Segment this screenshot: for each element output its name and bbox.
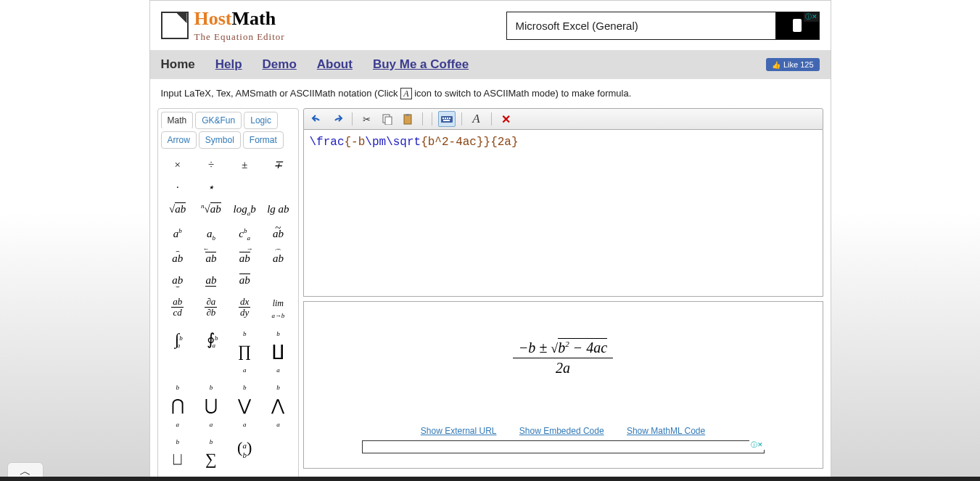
sym-binom[interactable]: (ab) bbox=[229, 435, 260, 481]
symbol-panel: Math GK&Fun Logic Arrow Symbol Format × … bbox=[157, 108, 299, 481]
logo-math: Math bbox=[232, 8, 276, 29]
link-mathml-code[interactable]: Show MathML Code bbox=[627, 426, 705, 436]
editor-panel: ✂ A ✕ \frac{-b\pm\sqrt{b^2-4ac}}{2a} bbox=[303, 108, 823, 469]
sym-lim[interactable]: lima→b bbox=[263, 292, 293, 325]
tab-symbol[interactable]: Symbol bbox=[199, 131, 241, 149]
sym-bigwedge[interactable]: b⋀a bbox=[263, 380, 293, 433]
sym-nroot[interactable]: n√ab bbox=[196, 199, 226, 222]
svg-rect-4 bbox=[441, 116, 453, 123]
sym-blank1 bbox=[229, 177, 260, 198]
sym-times[interactable]: × bbox=[162, 155, 193, 176]
toolbar: ✂ A ✕ bbox=[303, 108, 823, 130]
sym-blank3 bbox=[263, 270, 293, 291]
sym-partial[interactable]: ∂a∂b bbox=[196, 292, 226, 325]
sym-sub[interactable]: ab bbox=[196, 223, 226, 247]
sym-sup[interactable]: ab bbox=[162, 223, 193, 247]
svg-rect-7 bbox=[447, 118, 448, 119]
sym-underline[interactable]: ab bbox=[196, 270, 226, 291]
sym-frac[interactable]: abcd bbox=[162, 292, 193, 325]
svg-rect-1 bbox=[385, 117, 392, 125]
svg-rect-3 bbox=[406, 114, 409, 116]
sym-overparen[interactable]: ab⌒ bbox=[263, 248, 293, 269]
rendered-formula: −b ± √b2 − 4ac 2a bbox=[513, 338, 613, 378]
sym-lg[interactable]: lg ab bbox=[263, 199, 293, 222]
tab-logic[interactable]: Logic bbox=[244, 112, 278, 129]
nav-help[interactable]: Help bbox=[215, 57, 242, 72]
nav-bar: Home Help Demo About Buy Me a Coffee Lik… bbox=[150, 50, 831, 79]
sym-larrow[interactable]: ab← bbox=[196, 248, 226, 269]
output-links: Show External URL Show Embeded Code Show… bbox=[318, 422, 808, 440]
sym-star[interactable]: ⋆ bbox=[196, 177, 226, 198]
sym-log[interactable]: logab bbox=[229, 199, 260, 222]
mode-icon: A bbox=[400, 88, 411, 99]
sym-blank4 bbox=[263, 435, 293, 481]
link-external-url[interactable]: Show External URL bbox=[421, 426, 497, 436]
sym-int[interactable]: ∫ba bbox=[162, 326, 193, 379]
header: HostMath The Equation Editor Microsoft E… bbox=[150, 1, 831, 50]
code-input[interactable]: \frac{-b\pm\sqrt{b^2-4ac}}{2a} bbox=[303, 130, 823, 297]
clear-button[interactable]: ✕ bbox=[498, 111, 515, 127]
tab-math[interactable]: Math bbox=[161, 112, 194, 129]
sym-bigsqcup[interactable]: b⨆a bbox=[162, 435, 193, 481]
svg-rect-9 bbox=[443, 120, 450, 121]
symbol-tabs: Math GK&Fun Logic Arrow Symbol Format bbox=[161, 112, 295, 149]
cut-button[interactable]: ✂ bbox=[358, 111, 376, 127]
logo-icon bbox=[161, 12, 189, 39]
footer-bar bbox=[0, 477, 980, 481]
redo-button[interactable] bbox=[329, 111, 346, 127]
fb-like-button[interactable]: Like 125 bbox=[766, 58, 820, 71]
sym-cdot[interactable]: · bbox=[162, 177, 193, 198]
svg-rect-6 bbox=[445, 118, 446, 119]
tab-gkfun[interactable]: GK&Fun bbox=[195, 112, 242, 129]
sym-bigcap[interactable]: b⋂a bbox=[162, 380, 193, 433]
ad-text[interactable]: Microsoft Excel (General) bbox=[507, 12, 775, 39]
sym-underbrace[interactable]: ab⌣ bbox=[162, 270, 193, 291]
instruction-text: Input LaTeX, Tex, AMSmath or ASCIIMath n… bbox=[150, 79, 831, 108]
sym-bigvee[interactable]: b⋁a bbox=[229, 380, 260, 433]
bottom-ad-bar[interactable]: ⓘ✕ bbox=[362, 440, 765, 453]
sym-sqrt[interactable]: √ab bbox=[162, 199, 193, 222]
svg-rect-8 bbox=[449, 118, 450, 119]
paste-button[interactable] bbox=[399, 111, 416, 127]
nav-about[interactable]: About bbox=[317, 57, 353, 72]
ad-info-icon[interactable]: ⓘ✕ bbox=[804, 12, 819, 22]
sym-prod[interactable]: b∏a bbox=[229, 326, 260, 379]
sym-mp[interactable]: ∓ bbox=[263, 155, 293, 176]
keyboard-mode-button[interactable] bbox=[438, 111, 456, 127]
nav-demo[interactable]: Demo bbox=[263, 57, 297, 72]
sym-coprod[interactable]: b∐a bbox=[263, 326, 293, 379]
copy-button[interactable] bbox=[379, 111, 396, 127]
sym-hat[interactable]: ab⌢ bbox=[162, 248, 193, 269]
nav-coffee[interactable]: Buy Me a Coffee bbox=[373, 57, 469, 72]
sym-div[interactable]: ÷ bbox=[196, 155, 226, 176]
symbol-grid: × ÷ ± ∓ · ⋆ √ab n√ab logab lg ab ab ab c… bbox=[161, 152, 295, 481]
sym-rarrow[interactable]: ab→ bbox=[229, 248, 260, 269]
preview-panel: −b ± √b2 − 4ac 2a Show External URL Show… bbox=[303, 301, 823, 469]
font-mode-button[interactable]: A bbox=[468, 111, 485, 127]
nav-home[interactable]: Home bbox=[161, 57, 195, 72]
sym-blank2 bbox=[263, 177, 293, 198]
logo-host: Host bbox=[194, 8, 232, 29]
undo-button[interactable] bbox=[308, 111, 326, 127]
link-embed-code[interactable]: Show Embeded Code bbox=[519, 426, 604, 436]
svg-rect-5 bbox=[442, 118, 444, 119]
bottom-ad-info-icon[interactable]: ⓘ✕ bbox=[749, 440, 765, 450]
sym-sum[interactable]: b∑a bbox=[196, 435, 226, 481]
sym-bigcup[interactable]: b⋃a bbox=[196, 380, 226, 433]
sym-overline[interactable]: ab bbox=[229, 270, 260, 291]
ad-logo[interactable]: ⓘ✕ bbox=[775, 12, 819, 39]
tab-format[interactable]: Format bbox=[243, 131, 284, 149]
ad-banner[interactable]: Microsoft Excel (General) ⓘ✕ bbox=[506, 12, 820, 40]
sym-pm[interactable]: ± bbox=[229, 155, 260, 176]
sym-oint[interactable]: ∮ba bbox=[196, 326, 226, 379]
logo-subtitle: The Equation Editor bbox=[194, 31, 285, 43]
sym-supsub[interactable]: cba bbox=[229, 223, 260, 247]
logo[interactable]: HostMath The Equation Editor bbox=[161, 8, 285, 43]
sym-dfrac[interactable]: dxdy bbox=[229, 292, 260, 325]
tab-arrow[interactable]: Arrow bbox=[161, 131, 197, 149]
sym-tilde[interactable]: ab~ bbox=[263, 223, 293, 247]
